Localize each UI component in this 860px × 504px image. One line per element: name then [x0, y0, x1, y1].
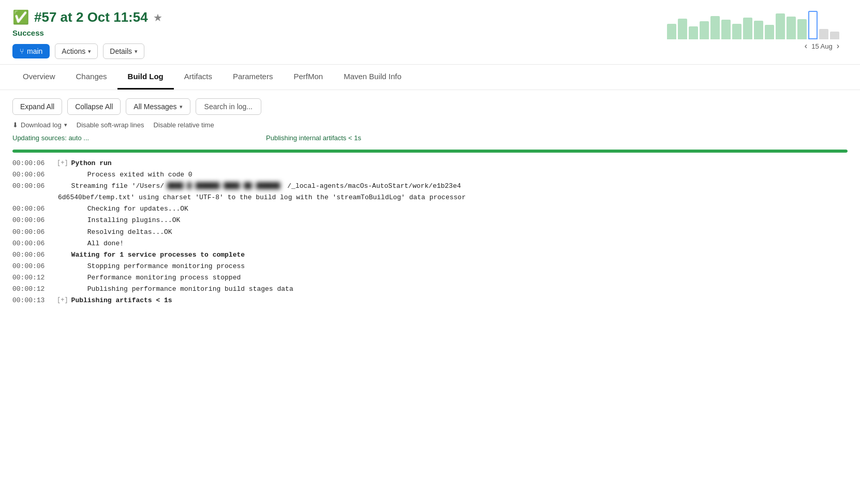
timeline-bar[interactable] — [754, 21, 763, 39]
details-chevron-icon: ▾ — [135, 48, 138, 55]
actions-chevron-icon: ▾ — [88, 48, 91, 55]
log-line: 00:00:06 Stopping performance monitoring… — [12, 261, 848, 272]
all-messages-chevron-icon: ▾ — [180, 103, 183, 110]
success-check-icon: ✅ — [12, 9, 29, 25]
timeline-bar[interactable] — [700, 21, 709, 39]
log-timestamp: 00:00:12 — [12, 272, 54, 284]
log-line: 00:00:06 Process exited with code 0 — [12, 169, 848, 181]
stage1-label: Updating sources: auto ... — [12, 134, 89, 142]
log-expand-button[interactable]: [+] — [57, 295, 68, 305]
build-number-title: #57 at 2 Oct 11:54 — [34, 9, 148, 25]
all-messages-label: All Messages — [134, 102, 176, 111]
tab-changes[interactable]: Changes — [66, 65, 117, 90]
log-line: 00:00:06 Checking for updates...OK — [12, 203, 848, 215]
branch-button[interactable]: ⑂ main — [12, 44, 50, 58]
timeline-bar[interactable] — [678, 19, 687, 39]
log-expand-button — [57, 261, 68, 271]
download-log-link[interactable]: ⬇ Download log ▾ — [12, 121, 67, 129]
log-line: 00:00:12 Publishing performance monitori… — [12, 284, 848, 295]
log-timestamp: 00:00:06 — [12, 215, 54, 226]
log-line: 00:00:06 All done! — [12, 238, 848, 249]
timeline-chart — [667, 8, 839, 39]
search-log-button[interactable]: Search in log... — [196, 98, 261, 115]
stage2-label: Publishing internal artifacts < 1s — [266, 134, 361, 142]
log-text-blurred: ████ █ ██████ ████ ██ ██████ — [167, 181, 284, 192]
tabs-row: OverviewChangesBuild LogArtifactsParamet… — [0, 65, 860, 90]
timeline-bar[interactable] — [776, 13, 785, 39]
log-text: Checking for updates...OK — [71, 203, 188, 215]
log-text-after: /_local-agents/macOs-AutoStart/work/e1b2… — [287, 181, 461, 192]
timeline-bar[interactable] — [710, 16, 720, 39]
timeline-bar[interactable] — [808, 11, 818, 39]
log-text: Installing plugins...OK — [71, 215, 181, 226]
collapse-all-button[interactable]: Collapse All — [67, 98, 121, 115]
timeline-bar[interactable] — [689, 26, 698, 39]
log-expand-button — [57, 203, 68, 214]
timeline-bar[interactable] — [732, 24, 742, 39]
log-timestamp: 00:00:06 — [12, 203, 54, 215]
log-timestamp: 00:00:13 — [12, 295, 54, 306]
log-timestamp: 00:00:06 — [12, 158, 54, 169]
timeline-bar[interactable] — [765, 25, 774, 39]
timeline-bar[interactable] — [667, 24, 676, 39]
actions-label: Actions — [62, 47, 85, 55]
tab-parameters[interactable]: Parameters — [223, 65, 284, 90]
log-line: 00:00:06[+]Python run — [12, 158, 848, 169]
timeline-bar[interactable] — [797, 19, 807, 39]
log-timestamp: 00:00:06 — [12, 181, 54, 192]
tab-build-log[interactable]: Build Log — [117, 65, 174, 90]
log-expand-button — [57, 215, 68, 225]
log-text: Publishing performance monitoring build … — [71, 284, 293, 295]
log-expand-button — [57, 227, 68, 237]
build-progress-area: Updating sources: auto ... Publishing in… — [0, 134, 860, 153]
log-text: Waiting for 1 service processes to compl… — [71, 249, 245, 261]
branch-icon: ⑂ — [20, 47, 24, 55]
log-expand-button — [57, 181, 68, 191]
star-icon[interactable]: ★ — [153, 11, 162, 24]
timeline-bar[interactable] — [721, 20, 731, 39]
log-text: Publishing artifacts < 1s — [71, 295, 172, 306]
log-timestamp: 00:00:06 — [12, 227, 54, 238]
log-text: All done! — [71, 238, 124, 249]
timeline-next-button[interactable]: › — [837, 41, 839, 51]
timeline-bar[interactable] — [787, 17, 796, 39]
progress-bar-fill — [12, 150, 848, 153]
timeline-nav: ‹ 15 Aug › — [805, 41, 839, 51]
tab-overview[interactable]: Overview — [12, 65, 66, 90]
timeline-bar[interactable] — [743, 18, 752, 39]
download-log-label: Download log — [21, 121, 62, 129]
log-timestamp: 00:00:06 — [12, 169, 54, 181]
log-expand-button[interactable]: [+] — [57, 158, 68, 168]
tab-perfmon[interactable]: PerfMon — [283, 65, 333, 90]
disable-softwrap-link[interactable]: Disable soft-wrap lines — [77, 121, 144, 129]
timeline-bar[interactable] — [819, 29, 828, 39]
build-timeline: ‹ 15 Aug › — [667, 8, 839, 51]
log-timestamp: 00:00:12 — [12, 284, 54, 295]
log-expand-button — [57, 272, 68, 283]
log-line-wrap: 6d6540bef/temp.txt' using charset 'UTF-8… — [12, 192, 848, 203]
tab-maven-build-info[interactable]: Maven Build Info — [333, 65, 412, 90]
log-timestamp: 00:00:06 — [12, 249, 54, 261]
log-line: 00:00:06 Streaming file '/Users/████ █ █… — [12, 181, 848, 192]
timeline-date: 15 Aug — [811, 42, 833, 50]
download-chevron-icon: ▾ — [64, 122, 67, 128]
tab-artifacts[interactable]: Artifacts — [174, 65, 223, 90]
timeline-bar[interactable] — [830, 32, 839, 39]
expand-all-button[interactable]: Expand All — [12, 98, 62, 115]
disable-relative-time-link[interactable]: Disable relative time — [154, 121, 214, 129]
log-timestamp: 00:00:06 — [12, 261, 54, 272]
log-expand-button — [57, 249, 68, 260]
stage-labels: Updating sources: auto ... Publishing in… — [12, 134, 848, 149]
log-line: 00:00:06 Installing plugins...OK — [12, 215, 848, 226]
log-line: 00:00:12 Performance monitoring process … — [12, 272, 848, 284]
download-icon: ⬇ — [12, 121, 18, 129]
log-line: 00:00:13[+]Publishing artifacts < 1s — [12, 295, 848, 306]
log-text: Stopping performance monitoring process — [71, 261, 245, 272]
log-expand-button — [57, 169, 68, 180]
actions-button[interactable]: Actions ▾ — [55, 43, 98, 59]
all-messages-button[interactable]: All Messages ▾ — [126, 98, 190, 115]
timeline-prev-button[interactable]: ‹ — [805, 41, 807, 51]
details-button[interactable]: Details ▾ — [103, 43, 144, 59]
log-line: 00:00:06 Resolving deltas...OK — [12, 227, 848, 238]
build-log: 00:00:06[+]Python run00:00:06 Process ex… — [0, 153, 860, 306]
